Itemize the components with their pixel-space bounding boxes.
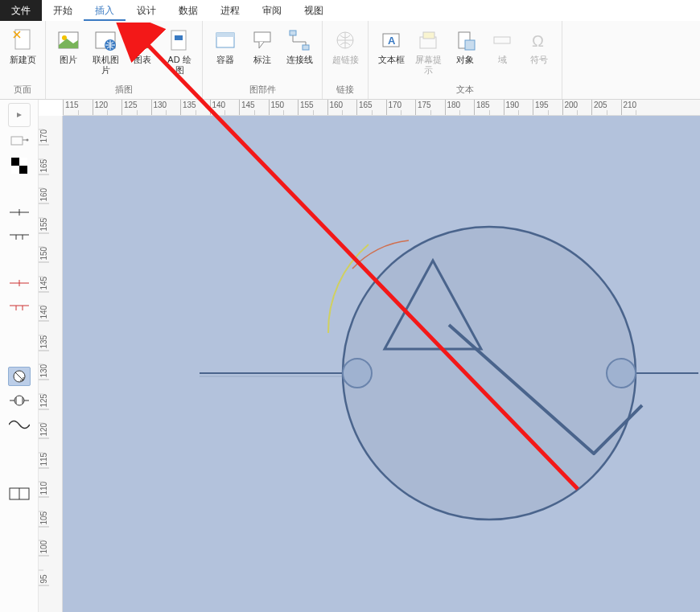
svg-rect-29: [11, 166, 19, 174]
menu-progress[interactable]: 进程: [209, 0, 251, 21]
ruler-tick: 130: [39, 351, 49, 380]
svg-point-52: [607, 359, 636, 388]
object-button[interactable]: 对象: [447, 24, 483, 68]
screentip-button: 屏幕提示: [410, 24, 446, 79]
svg-rect-12: [254, 32, 270, 42]
svg-rect-27: [19, 166, 27, 174]
ribbon-group-label-illustrations: 插图: [115, 82, 133, 97]
container-icon: [212, 27, 238, 53]
shape-stencil-sidebar: [0, 100, 39, 612]
ruler-tick: 140: [210, 100, 240, 115]
ruler-tick: 155: [298, 100, 327, 115]
collapse-sidebar-button[interactable]: [8, 103, 31, 127]
menu-view[interactable]: 视图: [293, 0, 335, 21]
ruler-tick: 130: [151, 100, 181, 115]
ruler-tick: 120: [93, 100, 122, 115]
horizontal-ruler: 1151201251301351401451501551601651701751…: [63, 100, 700, 116]
ruler-tick: 150: [39, 233, 49, 263]
callout-button[interactable]: 标注: [245, 24, 280, 68]
connector-button[interactable]: 连接线: [282, 24, 317, 68]
svg-point-25: [26, 139, 28, 142]
ruler-tick: 110: [39, 468, 49, 498]
svg-point-51: [343, 359, 372, 388]
ruler-tick: 125: [121, 100, 151, 115]
ruler-tick: 200: [562, 100, 592, 115]
ruler-tick: 180: [445, 100, 475, 115]
stencil-guides[interactable]: [8, 132, 31, 151]
stencil-circle-hbar[interactable]: [8, 391, 31, 410]
stencil-hline-red-down[interactable]: [8, 298, 31, 317]
ruler-tick: 205: [591, 100, 621, 115]
menu-bar: 文件 开始 插入 设计 数据 进程 审阅 视图: [0, 0, 700, 21]
hyperlink-button: 超链接: [327, 24, 363, 68]
svg-rect-13: [290, 31, 296, 35]
ruler-tick: 160: [39, 175, 49, 204]
ribbon-group-text: A 文本框 屏幕提示 对象 域 Ω 符号 文本: [369, 21, 562, 99]
svg-rect-9: [175, 35, 183, 40]
ruler-tick: 125: [39, 380, 49, 410]
ruler-tick: 210: [621, 100, 651, 115]
chart-button[interactable]: 图表: [125, 24, 160, 68]
stencil-hline[interactable]: [8, 203, 31, 222]
ruler-tick: 165: [356, 100, 386, 115]
menu-file[interactable]: 文件: [0, 0, 42, 21]
drawing-canvas[interactable]: [63, 116, 700, 612]
vertical-ruler: 1701651601551501451401351301251201151101…: [39, 116, 63, 612]
field-button: 域: [484, 24, 520, 68]
ruler-tick: 105: [39, 498, 49, 528]
svg-rect-5: [134, 40, 138, 48]
menu-review[interactable]: 审阅: [251, 0, 293, 21]
ribbon-group-page: 新建页 页面: [0, 21, 46, 99]
ruler-tick: 120: [39, 409, 49, 439]
symbol-button: Ω 符号: [521, 24, 557, 68]
svg-rect-14: [303, 45, 309, 50]
object-icon: [452, 27, 478, 53]
ruler-tick: 145: [239, 100, 269, 115]
ruler-tick: 115: [39, 439, 49, 469]
connector-icon: [286, 27, 312, 53]
ruler-tick: 135: [180, 100, 210, 115]
ruler-tick: 115: [63, 100, 93, 115]
ribbon-group-label-text: 文本: [456, 82, 474, 97]
ribbon-group-label-page: 页面: [14, 82, 31, 97]
new-page-button[interactable]: 新建页: [5, 24, 40, 68]
ribbon-group-links: 超链接 链接: [323, 21, 369, 99]
menu-insert[interactable]: 插入: [84, 0, 126, 21]
ruler-tick: 190: [504, 100, 533, 115]
hyperlink-icon: [332, 27, 358, 53]
svg-rect-21: [465, 40, 475, 50]
textbox-button[interactable]: A 文本框: [373, 24, 409, 68]
svg-point-50: [343, 227, 636, 520]
screentip-icon: [415, 27, 441, 53]
menu-start[interactable]: 开始: [42, 0, 84, 21]
chart-icon: [130, 27, 155, 53]
cad-icon: [167, 27, 192, 53]
image-button[interactable]: 图片: [51, 24, 86, 68]
ribbon: 新建页 页面 图片 联机图片 图表 AD 绘图 插图: [0, 21, 700, 100]
ribbon-group-label-links: 链接: [336, 82, 354, 97]
web-image-button[interactable]: 联机图片: [88, 24, 123, 79]
ruler-tick: 145: [39, 263, 49, 293]
ruler-tick: 170: [386, 100, 416, 115]
stencil-sine[interactable]: [8, 415, 31, 434]
ribbon-group-parts: 容器 标注 连接线 图部件: [203, 21, 323, 99]
stencil-checker[interactable]: [8, 156, 31, 175]
stencil-rect-split[interactable]: [8, 484, 31, 503]
menu-data[interactable]: 数据: [167, 0, 209, 21]
cad-button[interactable]: AD 绘图: [162, 24, 197, 79]
stencil-hline-down[interactable]: [8, 227, 31, 246]
canvas-shape[interactable]: [63, 116, 700, 612]
ruler-tick: 160: [327, 100, 357, 115]
ruler-tick: 185: [474, 100, 504, 115]
ruler-tick: 170: [39, 116, 49, 146]
ruler-tick: 95: [39, 557, 49, 586]
stencil-hline-red[interactable]: [8, 273, 31, 293]
ruler-tick: 195: [533, 100, 562, 115]
container-button[interactable]: 容器: [208, 24, 243, 68]
svg-rect-22: [494, 37, 510, 43]
menu-design[interactable]: 设计: [126, 0, 167, 21]
stencil-circle-arrow[interactable]: [8, 367, 31, 386]
ruler-tick: 135: [39, 322, 49, 351]
symbol-icon: Ω: [526, 27, 552, 53]
ruler-tick: 175: [415, 100, 445, 115]
